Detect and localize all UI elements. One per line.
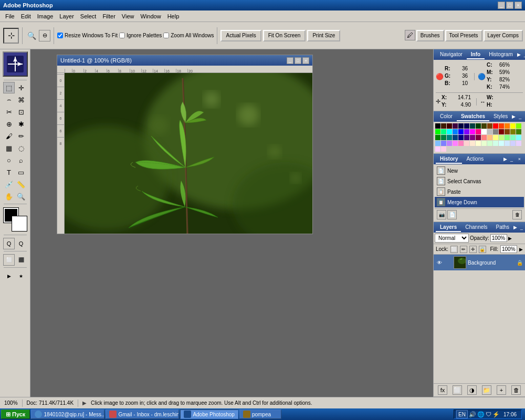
zoom-out-button[interactable]: ⊖ — [39, 30, 50, 41]
color-panel-arrow-icon[interactable]: ▶ — [512, 114, 516, 119]
eyedropper-icon[interactable]: 💉 — [3, 178, 15, 190]
start-button[interactable]: ⊞ Пуск — [1, 410, 30, 419]
swatch[interactable] — [516, 135, 521, 140]
swatch[interactable] — [505, 129, 510, 134]
burn-tool-icon[interactable]: ◌ — [15, 142, 27, 154]
zoom-all-windows-checkbox[interactable]: Zoom All Windows — [163, 33, 214, 38]
tab-info[interactable]: Info — [467, 50, 485, 59]
taskbar-app-pompea[interactable]: pompea — [239, 410, 281, 419]
layers-panel-arrow-icon[interactable]: ▶ — [513, 225, 517, 230]
swatch[interactable] — [499, 141, 504, 146]
foreground-tool-preview[interactable] — [3, 51, 28, 77]
tab-channels[interactable]: Channels — [461, 223, 491, 232]
swatch[interactable] — [453, 135, 458, 140]
swatch[interactable] — [447, 135, 452, 140]
lock-position-button[interactable]: ✛ — [469, 246, 477, 253]
opacity-arrow-icon[interactable]: ▶ — [508, 236, 512, 241]
swatch[interactable] — [487, 135, 492, 140]
magic-wand-icon[interactable]: ⌢ — [3, 94, 15, 106]
history-panel-close-button[interactable]: × — [516, 156, 523, 163]
swatch[interactable] — [470, 135, 475, 140]
swatch[interactable] — [487, 123, 492, 129]
swatch[interactable] — [499, 129, 504, 134]
menu-file[interactable]: File — [2, 12, 18, 20]
marquee-tool-icon[interactable]: ⬚ — [3, 82, 15, 93]
swatch[interactable] — [441, 146, 446, 152]
layers-panel-minimize-button[interactable]: _ — [518, 224, 525, 231]
add-mask-button[interactable]: ⬜ — [453, 385, 462, 395]
doc-close-button[interactable]: × — [302, 57, 309, 64]
swatch[interactable] — [476, 123, 481, 129]
doc-minimize-button[interactable]: _ — [287, 57, 293, 64]
new-fill-layer-button[interactable]: ◑ — [467, 385, 477, 395]
swatch[interactable] — [435, 129, 440, 134]
zoom-all-windows-input[interactable] — [163, 33, 169, 38]
ignore-palettes-input[interactable] — [119, 33, 125, 38]
tab-layers[interactable]: Layers — [436, 223, 461, 232]
quick-mask-icon[interactable]: Q — [15, 238, 27, 249]
tab-styles[interactable]: Styles — [489, 112, 512, 121]
menu-window[interactable]: Window — [138, 12, 164, 20]
tray-language-indicator[interactable]: EN — [456, 410, 468, 418]
brush-tool-icon[interactable]: ⊕ — [3, 118, 15, 130]
zoom-tool-icon[interactable]: 🔍 — [15, 191, 27, 202]
menu-image[interactable]: Image — [34, 12, 57, 20]
swatch[interactable] — [481, 129, 487, 134]
swatch[interactable] — [453, 129, 458, 134]
swatch[interactable] — [481, 135, 487, 140]
swatch[interactable] — [464, 135, 469, 140]
zoom-in-button[interactable]: 🔍 — [26, 30, 37, 41]
marquee-tool-button[interactable]: ⊹ — [3, 28, 19, 44]
lock-image-button[interactable]: ✏ — [460, 246, 467, 253]
swatch[interactable] — [505, 123, 510, 129]
swatch[interactable] — [464, 129, 469, 134]
hand-tool-icon[interactable]: ✋ — [3, 191, 15, 202]
swatch[interactable] — [516, 141, 521, 146]
menu-layer[interactable]: Layer — [56, 12, 77, 20]
layer-comps-tab-button[interactable]: Layer Comps — [484, 30, 523, 41]
swatch[interactable] — [476, 129, 481, 134]
swatch[interactable] — [487, 141, 492, 146]
swatch[interactable] — [476, 135, 481, 140]
swatch[interactable] — [458, 123, 464, 129]
extra-icon-2[interactable]: ★ — [15, 270, 27, 282]
swatch[interactable] — [510, 141, 516, 146]
dodge-tool-icon[interactable]: ▦ — [3, 142, 15, 154]
swatch[interactable] — [447, 123, 452, 129]
menu-view[interactable]: View — [119, 12, 138, 20]
delete-layer-button[interactable]: 🗑 — [511, 385, 521, 395]
swatch[interactable] — [464, 123, 469, 129]
swatch[interactable] — [435, 135, 440, 140]
swatch[interactable] — [441, 141, 446, 146]
taskbar-app-gmail[interactable]: Gmail - Inbox - dm.leschin... — [106, 410, 179, 419]
swatch[interactable] — [516, 123, 521, 129]
clone-tool-icon[interactable]: ⊡ — [15, 106, 27, 118]
history-item-paste[interactable]: 📋 Paste — [435, 186, 524, 197]
panel-minimize-button[interactable]: _ — [522, 51, 525, 58]
history-panel-arrow-icon[interactable]: ▶ — [503, 156, 507, 162]
swatch[interactable] — [447, 141, 452, 146]
swatch[interactable] — [487, 129, 492, 134]
history-item-new[interactable]: 📄 New — [435, 165, 524, 176]
tablet-icon[interactable]: 🖊 — [405, 30, 415, 40]
go-to-bridge-icon[interactable]: ▶ — [3, 270, 15, 282]
swatch[interactable] — [493, 141, 498, 146]
annotation-tool-icon[interactable]: ▭ — [15, 166, 27, 178]
history-item-select[interactable]: 📄 Select Canvas — [435, 176, 524, 186]
swatch[interactable] — [441, 129, 446, 134]
fill-input[interactable] — [500, 245, 517, 253]
layer-background-row[interactable]: 👁 Background 🔒 — [434, 255, 525, 270]
lock-all-button[interactable]: 🔒 — [479, 246, 486, 253]
text-tool-icon[interactable]: ⌕ — [15, 154, 27, 166]
tab-navigator[interactable]: Navigator — [436, 50, 467, 59]
doc-window-controls[interactable]: _ □ × — [287, 57, 309, 64]
history-snapshot-button[interactable]: 📷 — [437, 210, 446, 219]
swatch[interactable] — [470, 129, 475, 134]
minimize-button[interactable]: _ — [498, 2, 505, 9]
tab-history[interactable]: History — [436, 155, 462, 164]
tab-histogram[interactable]: Histogram — [485, 50, 517, 59]
print-size-button[interactable]: Print Size — [307, 30, 340, 41]
eraser-tool-icon[interactable]: ✱ — [15, 118, 27, 130]
layer-fx-button[interactable]: fx — [438, 385, 447, 395]
menu-select[interactable]: Select — [77, 12, 100, 20]
